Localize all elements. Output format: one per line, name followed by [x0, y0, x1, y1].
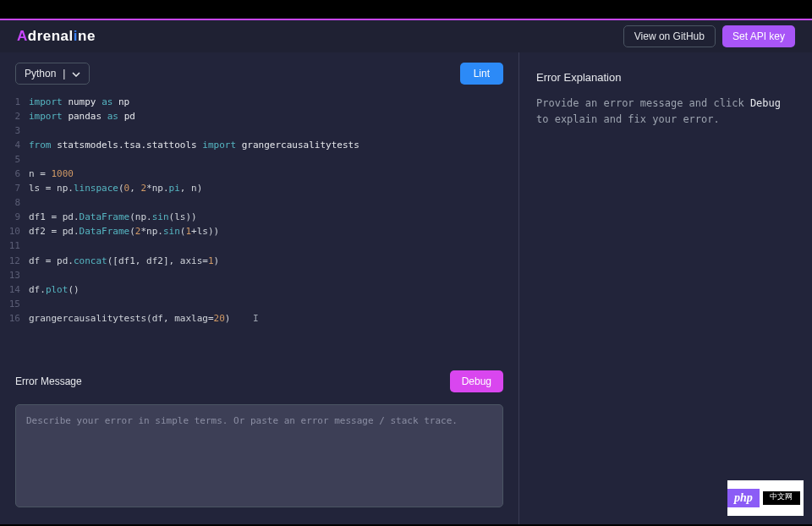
explanation-pane: Error Explanation Provide an error messa… — [519, 52, 812, 524]
explanation-title: Error Explanation — [536, 71, 795, 84]
badge-cn: 中文网 — [763, 491, 800, 505]
set-api-key-button[interactable]: Set API key — [722, 25, 795, 47]
site-badge: php 中文网 — [727, 480, 804, 516]
app-logo: Adrenaline — [17, 28, 96, 45]
php-logo-icon: php — [727, 489, 760, 507]
left-pane: Python | Lint 12345678910111213141516 im… — [0, 52, 519, 524]
chevron-down-icon — [72, 68, 80, 79]
debug-button[interactable]: Debug — [450, 370, 503, 392]
explanation-text: Provide an error message and click Debug… — [536, 96, 795, 128]
window-top-bar — [0, 0, 812, 20]
language-label: Python — [25, 68, 56, 79]
lint-button[interactable]: Lint — [460, 63, 503, 85]
error-panel: Error Message Debug — [0, 359, 518, 524]
code-content[interactable]: import numpy as np import pandas as pd f… — [29, 95, 359, 359]
error-title: Error Message — [15, 375, 82, 387]
code-editor[interactable]: 12345678910111213141516 import numpy as … — [0, 95, 518, 359]
line-gutter: 12345678910111213141516 — [5, 95, 29, 359]
divider: | — [63, 68, 65, 79]
language-select[interactable]: Python | — [15, 63, 90, 85]
view-github-button[interactable]: View on GitHub — [623, 25, 716, 47]
error-input[interactable] — [15, 404, 503, 507]
text-cursor-icon: I — [253, 311, 260, 326]
app-header: Adrenaline View on GitHub Set API key — [0, 20, 812, 52]
